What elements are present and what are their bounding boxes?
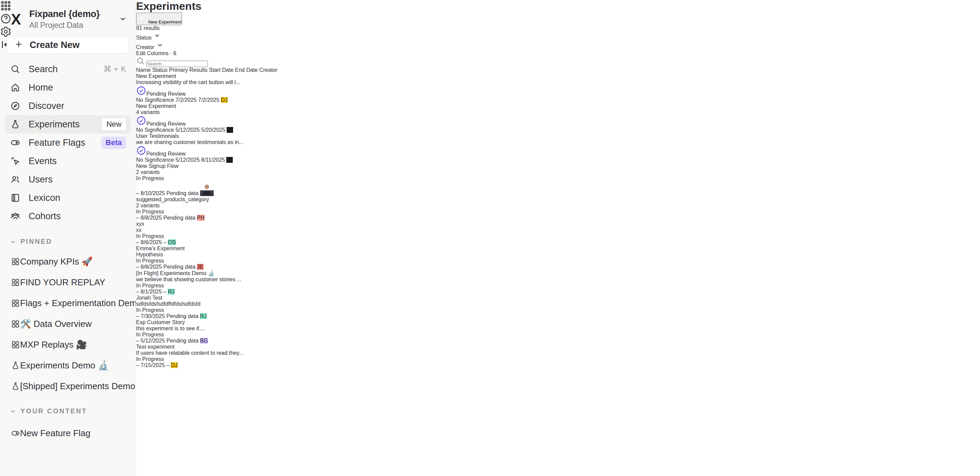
experiment-description: we believe that showing customer stories… bbox=[136, 276, 277, 283]
end-date-value: Pending data bbox=[163, 215, 195, 220]
table-row: User Testimonialswe are sharing customer… bbox=[136, 133, 277, 163]
creator-filter-button[interactable]: Creator bbox=[136, 41, 277, 50]
main-content: Experiments New Experiment 91 results St… bbox=[136, 0, 277, 476]
experiment-link[interactable]: Test experiment bbox=[136, 344, 175, 350]
avatar[interactable]: DJ bbox=[171, 362, 178, 368]
your-content-item-new-feature-flag[interactable]: New Feature Flag bbox=[0, 423, 136, 444]
end-date-value: 5/20/2025 bbox=[201, 127, 225, 133]
end-date-value: – bbox=[163, 240, 166, 245]
creator-filter-label: Creator bbox=[136, 44, 154, 50]
pinned-item-experiments-demo[interactable]: Experiments Demo 🔬 bbox=[0, 355, 136, 376]
search-icon bbox=[10, 64, 21, 74]
pinned-section-header[interactable]: PINNED bbox=[10, 238, 136, 246]
avatar[interactable]: Ak bbox=[227, 127, 233, 133]
sidebar-item-lexicon[interactable]: Lexicon bbox=[5, 188, 131, 207]
experiment-description: sdfdsfdsfsdfdffdfdsfsdfdsfd bbox=[136, 301, 277, 307]
column-header-primary-results[interactable]: Primary Results bbox=[169, 67, 208, 73]
toolbar: 91 results Status Creator Edit Columns ·… bbox=[136, 25, 277, 67]
sidebar-item-feature-flags[interactable]: Feature Flags Beta bbox=[5, 134, 131, 152]
pinned-item-flags-experimentation-demo[interactable]: Flags + Experimentation Demo 🚩 bbox=[0, 293, 136, 313]
edit-columns-button[interactable]: Edit Columns · 6 bbox=[136, 50, 277, 56]
experiment-link[interactable]: New Experiment bbox=[136, 73, 176, 79]
pinned-item-label: FIND YOUR REPLAY bbox=[20, 277, 105, 288]
column-header-end-date[interactable]: End Date bbox=[235, 67, 258, 73]
end-date-value: 7/2/2025 bbox=[198, 97, 219, 103]
sidebar-item-label: Feature Flags bbox=[29, 137, 101, 148]
new-experiment-button[interactable]: New Experiment bbox=[136, 13, 182, 25]
status-label: Pending Review bbox=[146, 91, 186, 97]
experiment-link[interactable]: Exp Customer Story bbox=[136, 319, 185, 325]
new-experiment-label: New Experiment bbox=[148, 19, 182, 24]
avatar[interactable]: RJ bbox=[168, 289, 175, 294]
cursor-click-icon bbox=[10, 156, 21, 166]
experiment-link[interactable]: [In Flight] Experiments Demo 🔬 bbox=[136, 270, 215, 276]
avatar[interactable]: PH bbox=[197, 215, 205, 220]
toggle-icon bbox=[10, 137, 21, 148]
experiment-link[interactable]: New Signup Flow bbox=[136, 163, 179, 169]
column-header-creator[interactable]: Creator bbox=[259, 67, 277, 73]
column-header-start-date[interactable]: Start Date bbox=[209, 67, 234, 73]
pinned-item-label: Flags + Experimentation Demo 🚩 bbox=[20, 298, 136, 308]
column-header-status[interactable]: Status bbox=[152, 67, 167, 73]
sidebar-item-label: Users bbox=[29, 174, 126, 185]
status-filter-button[interactable]: Status bbox=[136, 31, 277, 41]
experiment-link[interactable]: User Testimonials bbox=[136, 133, 179, 139]
primary-results-value: – bbox=[136, 289, 139, 294]
table-row: New Experiment4 variants Pending Review … bbox=[136, 103, 277, 133]
sidebar-item-label: Home bbox=[29, 82, 126, 93]
sidebar-item-events[interactable]: Events bbox=[5, 152, 131, 170]
sidebar-item-label: Events bbox=[29, 156, 126, 166]
page-title: Experiments bbox=[136, 0, 277, 13]
board-icon bbox=[11, 299, 20, 308]
pinned-item-data-overview[interactable]: 🛠️ Data Overview bbox=[0, 313, 136, 334]
avatar[interactable]: JE bbox=[197, 264, 204, 270]
experiment-description: 4 variants bbox=[136, 109, 277, 115]
primary-results-value: No Significance bbox=[136, 97, 174, 103]
table-row: [In Flight] Experiments Demo 🔬we believe… bbox=[136, 270, 277, 295]
avatar[interactable]: OS bbox=[168, 240, 176, 245]
primary-results-value: – bbox=[136, 362, 139, 368]
book-icon bbox=[10, 193, 21, 203]
experiment-link[interactable]: suggested_products_category bbox=[136, 196, 209, 202]
app-window: X Fixpanel {demo} All Project Data Creat… bbox=[0, 0, 980, 476]
create-new-label: Create New bbox=[30, 40, 80, 50]
experiment-link[interactable]: Emma's Experiment bbox=[136, 246, 185, 251]
sidebar-nav: Search ⌘ + K Home Discover Experiments N… bbox=[0, 60, 136, 225]
create-new-button[interactable]: Create New bbox=[7, 36, 129, 54]
pinned-item-mxp-replays[interactable]: MXP Replays 🎥 bbox=[0, 334, 136, 355]
search-input[interactable] bbox=[146, 61, 208, 67]
sidebar-item-experiments[interactable]: Experiments New bbox=[5, 115, 131, 134]
experiment-link[interactable]: xyx bbox=[136, 221, 144, 227]
primary-results-value: – bbox=[136, 338, 139, 343]
column-header-name[interactable]: Name bbox=[136, 67, 151, 73]
experiment-description: xx bbox=[136, 227, 277, 233]
start-date-value: 8/10/2025 bbox=[140, 190, 165, 196]
flask-icon bbox=[11, 382, 20, 391]
avatar-photo[interactable] bbox=[200, 190, 214, 196]
sidebar-item-cohorts[interactable]: Cohorts bbox=[5, 207, 131, 225]
experiment-link[interactable]: Jonah Test bbox=[136, 295, 162, 301]
logo-x-glyph: X bbox=[11, 12, 21, 27]
pinned-section-label: PINNED bbox=[21, 238, 52, 246]
sidebar-item-users[interactable]: Users bbox=[5, 170, 131, 188]
pinned-item-find-your-replay[interactable]: FIND YOUR REPLAY bbox=[0, 272, 136, 293]
table-search bbox=[136, 56, 277, 67]
experiment-link[interactable]: New Experiment bbox=[136, 103, 176, 109]
sidebar-item-home[interactable]: Home bbox=[5, 78, 131, 97]
table-row: xyxxx In Progress – 8/6/2025 – OS bbox=[136, 221, 277, 246]
chevron-down-icon bbox=[10, 408, 16, 415]
avatar[interactable]: BG bbox=[200, 338, 208, 343]
chevron-down-icon bbox=[156, 44, 164, 50]
pinned-item-company-kpis[interactable]: Company KPIs 🚀 bbox=[0, 251, 136, 272]
avatar[interactable]: Ak bbox=[226, 157, 233, 163]
avatar[interactable]: RJ bbox=[200, 313, 207, 319]
sidebar-item-discover[interactable]: Discover bbox=[5, 97, 131, 115]
your-content-section-header[interactable]: YOUR CONTENT bbox=[10, 407, 136, 415]
pinned-item-shipped-experiments-demo[interactable]: [Shipped] Experiments Demo 🖊️ bbox=[0, 376, 136, 397]
workspace-switcher[interactable]: X Fixpanel {demo} All Project Data bbox=[0, 6, 136, 33]
avatar[interactable]: DJ bbox=[221, 97, 228, 103]
sidebar: X Fixpanel {demo} All Project Data Creat… bbox=[0, 0, 136, 476]
check-circle-icon bbox=[136, 91, 146, 97]
board-icon bbox=[11, 319, 20, 329]
sidebar-item-search[interactable]: Search ⌘ + K bbox=[5, 60, 131, 78]
